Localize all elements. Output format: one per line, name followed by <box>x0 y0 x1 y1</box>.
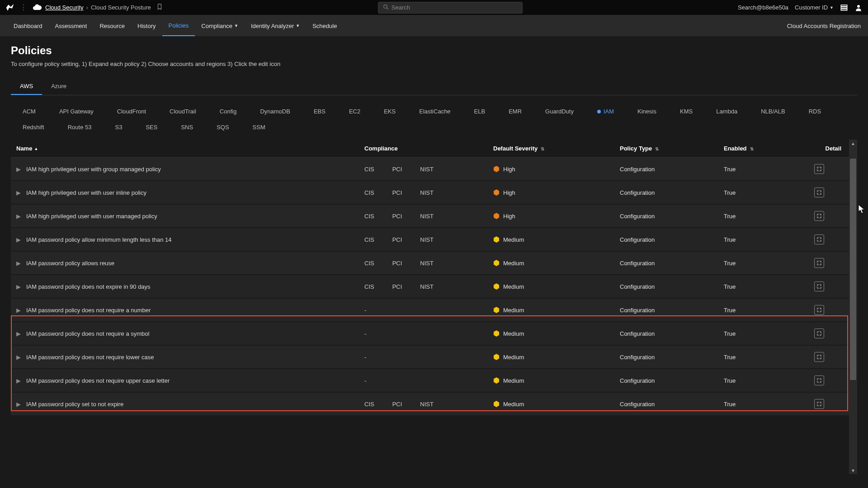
col-header-severity[interactable]: Default Severity <box>493 145 620 152</box>
service-ec2[interactable]: EC2 <box>337 103 372 119</box>
service-ssm[interactable]: SSM <box>241 119 277 135</box>
detail-expand-button[interactable] <box>814 235 824 244</box>
customer-dropdown[interactable]: Customer ID ▼ <box>795 4 834 11</box>
scroll-thumb[interactable] <box>850 159 856 380</box>
service-lambda[interactable]: Lambda <box>704 103 749 119</box>
nav-schedule[interactable]: Schedule <box>306 15 343 36</box>
svg-rect-2 <box>841 5 847 6</box>
tab-azure[interactable]: Azure <box>42 78 75 95</box>
expand-icon[interactable]: ▶ <box>16 260 21 267</box>
policy-type: Configuration <box>620 213 724 220</box>
policy-name[interactable]: IAM password policy does not require low… <box>26 354 154 361</box>
service-ebs[interactable]: EBS <box>302 103 337 119</box>
scroll-down-icon[interactable]: ▼ <box>849 467 857 474</box>
policy-name[interactable]: IAM password policy allow minimum length… <box>26 236 172 243</box>
policy-name[interactable]: IAM high privileged user with group mana… <box>26 166 161 173</box>
service-label: Lambda <box>716 108 737 115</box>
service-emr[interactable]: EMR <box>497 103 533 119</box>
service-cloudtrail[interactable]: CloudTrail <box>158 103 208 119</box>
service-cloudfront[interactable]: CloudFront <box>105 103 158 119</box>
nav-identity-analyzer[interactable]: Identity Analyzer▼ <box>245 15 306 36</box>
search-input[interactable]: Search <box>378 2 523 14</box>
service-config[interactable]: Config <box>208 103 249 119</box>
service-route-53[interactable]: Route 53 <box>56 119 104 135</box>
nav-policies[interactable]: Policies <box>162 15 195 36</box>
service-iam[interactable]: IAM <box>585 103 626 119</box>
service-label: KMS <box>680 108 693 115</box>
detail-expand-button[interactable] <box>814 211 824 221</box>
compliance-tag: PCI <box>392 283 402 290</box>
detail-expand-button[interactable] <box>814 328 824 338</box>
policy-name[interactable]: IAM password policy does not require a n… <box>26 307 151 314</box>
expand-icon[interactable]: ▶ <box>16 330 21 337</box>
detail-expand-button[interactable] <box>814 352 824 362</box>
nav-history[interactable]: History <box>131 15 162 36</box>
tab-aws[interactable]: AWS <box>11 78 42 95</box>
service-api-gateway[interactable]: API Gateway <box>47 103 105 119</box>
service-kms[interactable]: KMS <box>668 103 704 119</box>
svg-marker-13 <box>494 330 499 337</box>
service-eks[interactable]: EKS <box>372 103 407 119</box>
policy-type: Configuration <box>620 307 724 314</box>
chevron-down-icon: ▼ <box>296 23 300 28</box>
col-header-type[interactable]: Policy Type <box>620 145 724 152</box>
detail-expand-button[interactable] <box>814 164 824 174</box>
scrollbar[interactable]: ▲ ▼ <box>849 140 857 474</box>
service-label: ELB <box>474 108 486 115</box>
nav-dashboard[interactable]: Dashboard <box>7 15 49 36</box>
expand-icon[interactable]: ▶ <box>16 354 21 361</box>
detail-expand-button[interactable] <box>814 282 824 291</box>
service-elasticache[interactable]: ElastiCache <box>407 103 462 119</box>
col-header-compliance[interactable]: Compliance <box>364 145 493 152</box>
service-label: RDS <box>809 108 821 115</box>
expand-icon[interactable]: ▶ <box>16 189 21 196</box>
policy-name[interactable]: IAM password policy set to not expire <box>26 401 123 408</box>
breadcrumb-root[interactable]: Cloud Security <box>45 4 84 11</box>
service-elb[interactable]: ELB <box>462 103 497 119</box>
policy-name[interactable]: IAM password policy does not require a s… <box>26 330 149 337</box>
service-sns[interactable]: SNS <box>169 119 205 135</box>
detail-expand-button[interactable] <box>814 258 824 268</box>
nav-compliance[interactable]: Compliance▼ <box>195 15 245 36</box>
expand-icon[interactable]: ▶ <box>16 377 21 384</box>
col-header-name[interactable]: Name▲ <box>16 145 364 152</box>
compliance-tag: CIS <box>364 283 374 290</box>
col-header-enabled[interactable]: Enabled <box>724 145 814 152</box>
expand-icon[interactable]: ▶ <box>16 283 21 290</box>
policy-name[interactable]: IAM password policy does not expire in 9… <box>26 283 151 290</box>
policy-name[interactable]: IAM high privileged user with user manag… <box>26 213 157 220</box>
nav-resource[interactable]: Resource <box>93 15 131 36</box>
expand-icon[interactable]: ▶ <box>16 401 21 408</box>
expand-icon[interactable]: ▶ <box>16 307 21 314</box>
policy-name[interactable]: IAM high privileged user with user inlin… <box>26 189 146 196</box>
policy-name[interactable]: IAM password policy does not require upp… <box>26 377 170 384</box>
service-nlb-alb[interactable]: NLB/ALB <box>749 103 797 119</box>
detail-expand-button[interactable] <box>814 375 824 385</box>
detail-expand-button[interactable] <box>814 305 824 315</box>
expand-icon[interactable]: ▶ <box>16 236 21 243</box>
detail-expand-button[interactable] <box>814 188 824 197</box>
service-ses[interactable]: SES <box>134 119 169 135</box>
service-redshift[interactable]: Redshift <box>11 119 56 135</box>
activity-icon[interactable] <box>840 4 848 12</box>
service-acm[interactable]: ACM <box>11 103 47 119</box>
service-rds[interactable]: RDS <box>797 103 833 119</box>
service-kinesis[interactable]: Kinesis <box>626 103 668 119</box>
nav-cloud-accounts[interactable]: Cloud Accounts Registration <box>787 23 861 29</box>
scroll-up-icon[interactable]: ▲ <box>849 140 857 147</box>
detail-expand-button[interactable] <box>814 399 824 409</box>
service-s3[interactable]: S3 <box>103 119 134 135</box>
nav-assessment[interactable]: Assessment <box>49 15 94 36</box>
svg-line-1 <box>387 8 388 9</box>
chevron-down-icon: ▼ <box>830 5 834 10</box>
bookmark-icon[interactable] <box>156 4 163 11</box>
policy-name[interactable]: IAM password policy allows reuse <box>26 260 114 267</box>
user-avatar-icon[interactable] <box>854 4 863 12</box>
service-dynamodb[interactable]: DynamoDB <box>248 103 302 119</box>
expand-icon[interactable]: ▶ <box>16 213 21 220</box>
severity-label: Medium <box>503 330 524 337</box>
expand-icon[interactable]: ▶ <box>16 166 21 173</box>
service-sqs[interactable]: SQS <box>205 119 241 135</box>
service-guardduty[interactable]: GuardDuty <box>533 103 585 119</box>
compliance-tag: NIST <box>420 283 434 290</box>
